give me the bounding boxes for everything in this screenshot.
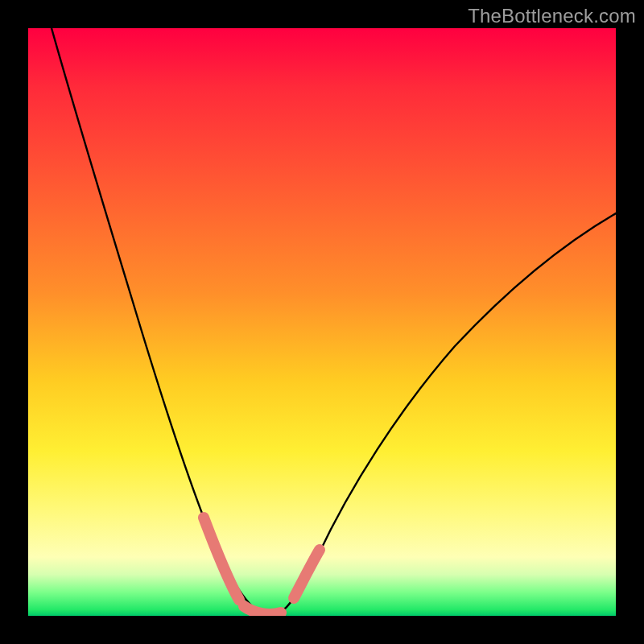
curve-path [52,28,616,615]
bottleneck-curve [28,28,616,616]
highlight-left [204,518,239,600]
highlight-right [294,550,320,598]
highlight-bottom [244,606,281,614]
plot-area [28,28,616,616]
chart-frame: TheBottleneck.com [0,0,644,644]
watermark-text: TheBottleneck.com [468,5,636,27]
